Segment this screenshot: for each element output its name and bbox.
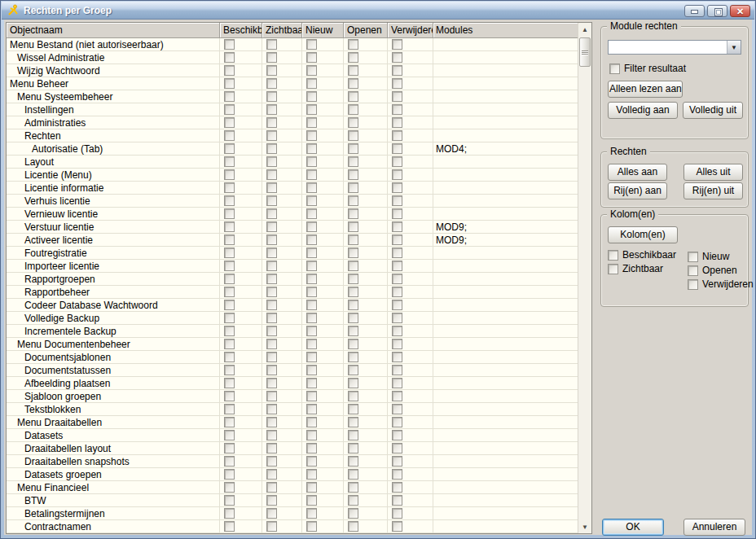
grid-checkbox[interactable] [224,182,235,193]
grid-checkbox[interactable] [224,130,235,141]
column-toggle-row[interactable]: Verwijderen [688,278,754,290]
grid-checkbox[interactable] [348,378,358,388]
volledig-uit-button[interactable]: Volledig uit [683,102,743,119]
verwijderen-checkbox[interactable] [688,279,698,290]
grid-checkbox[interactable] [392,443,402,454]
grid-checkbox[interactable] [392,221,402,232]
grid-checkbox[interactable] [348,117,358,128]
grid-checkbox[interactable] [266,143,277,154]
grid-checkbox[interactable] [266,287,277,297]
alleen-lezen-aan-button[interactable]: Alleen lezen aan [608,81,683,98]
grid-checkbox[interactable] [348,221,358,232]
grid-checkbox[interactable] [348,78,358,89]
table-row[interactable]: Tekstblokken [7,403,578,416]
grid-checkbox[interactable] [266,365,277,375]
grid-checkbox[interactable] [392,352,402,362]
grid-checkbox[interactable] [266,339,277,349]
titlebar[interactable]: Rechten per Groep [2,2,754,20]
grid-checkbox[interactable] [392,287,402,297]
minimize-button[interactable] [684,5,705,17]
grid-checkbox[interactable] [392,52,402,63]
grid-checkbox[interactable] [306,104,317,115]
table-row[interactable]: Vernieuw licentie [7,208,578,221]
table-row[interactable]: BTW [7,494,578,507]
table-row[interactable]: Licentie informatie [7,182,578,195]
grid-checkbox[interactable] [392,65,402,76]
grid-checkbox[interactable] [348,274,358,284]
grid-checkbox[interactable] [392,169,402,180]
grid-checkbox[interactable] [266,326,277,336]
grid-checkbox[interactable] [348,469,358,480]
table-row[interactable]: Datasets [7,429,578,442]
table-row[interactable]: Draaitabellen layout [7,442,578,455]
grid-checkbox[interactable] [392,182,402,193]
scroll-down-button[interactable]: ▼ [578,520,591,533]
table-row[interactable]: Foutregistratie [7,247,578,260]
grid-checkbox[interactable] [266,248,277,258]
table-row[interactable]: Datasets groepen [7,468,578,481]
grid-checkbox[interactable] [224,456,235,467]
grid-checkbox[interactable] [224,508,235,519]
grid-checkbox[interactable] [266,404,277,414]
grid-checkbox[interactable] [306,482,317,493]
grid-checkbox[interactable] [392,78,402,89]
grid-checkbox[interactable] [348,104,358,115]
grid-checkbox[interactable] [306,456,317,467]
rijen-uit-button[interactable]: Rij(en) uit [683,182,743,199]
grid-checkbox[interactable] [266,234,277,245]
table-row[interactable]: Instellingen [7,103,578,116]
grid-checkbox[interactable] [306,378,317,388]
grid-checkbox[interactable] [306,430,317,440]
grid-checkbox[interactable] [224,378,235,388]
grid-checkbox[interactable] [266,130,277,141]
grid-checkbox[interactable] [224,443,235,454]
grid-checkbox[interactable] [392,469,402,480]
column-toggle-row[interactable]: Zichtbaar [608,263,676,274]
grid-checkbox[interactable] [224,365,235,375]
filter-resultaat-row[interactable]: Filter resultaat [609,63,686,74]
grid-checkbox[interactable] [306,326,317,336]
grid-checkbox[interactable] [306,52,317,63]
table-row[interactable]: Wissel Administratie [7,51,578,64]
grid-checkbox[interactable] [392,482,402,493]
grid-checkbox[interactable] [224,143,235,154]
grid-checkbox[interactable] [392,91,402,102]
grid-checkbox[interactable] [266,208,277,219]
grid-checkbox[interactable] [392,156,402,167]
grid-checkbox[interactable] [392,39,402,50]
grid-checkbox[interactable] [392,248,402,258]
grid-checkbox[interactable] [306,208,317,219]
grid-checkbox[interactable] [348,234,358,245]
table-row[interactable]: Menu Beheer [7,77,578,90]
grid-checkbox[interactable] [224,117,235,128]
grid-checkbox[interactable] [266,39,277,50]
filter-resultaat-checkbox[interactable] [609,64,620,74]
table-row[interactable]: Licentie (Menu) [7,169,578,182]
grid-checkbox[interactable] [306,182,317,193]
grid-checkbox[interactable] [392,456,402,467]
grid-checkbox[interactable] [348,208,358,219]
grid-checkbox[interactable] [266,430,277,440]
grid-checkbox[interactable] [306,508,317,519]
grid-checkbox[interactable] [266,378,277,388]
grid-checkbox[interactable] [348,326,358,336]
table-row[interactable]: Draaitabellen snapshots [7,455,578,468]
grid-checkbox[interactable] [306,261,317,271]
grid-checkbox[interactable] [392,274,402,284]
table-row[interactable]: Betalingstermijnen [7,507,578,520]
grid-checkbox[interactable] [224,352,235,362]
grid-checkbox[interactable] [224,430,235,440]
table-row[interactable]: Rapportgroepen [7,273,578,286]
table-row[interactable]: Activeer licentieMOD9; [7,234,578,247]
openen-checkbox[interactable] [688,265,698,276]
grid-checkbox[interactable] [348,339,358,349]
grid-checkbox[interactable] [348,65,358,76]
grid-checkbox[interactable] [392,261,402,271]
grid-checkbox[interactable] [306,495,317,506]
grid-checkbox[interactable] [348,521,358,532]
rijen-aan-button[interactable]: Rij(en) aan [608,182,667,199]
grid-checkbox[interactable] [348,430,358,440]
grid-checkbox[interactable] [266,91,277,102]
grid-checkbox[interactable] [306,417,317,427]
table-row[interactable]: Contractnamen [7,520,578,533]
